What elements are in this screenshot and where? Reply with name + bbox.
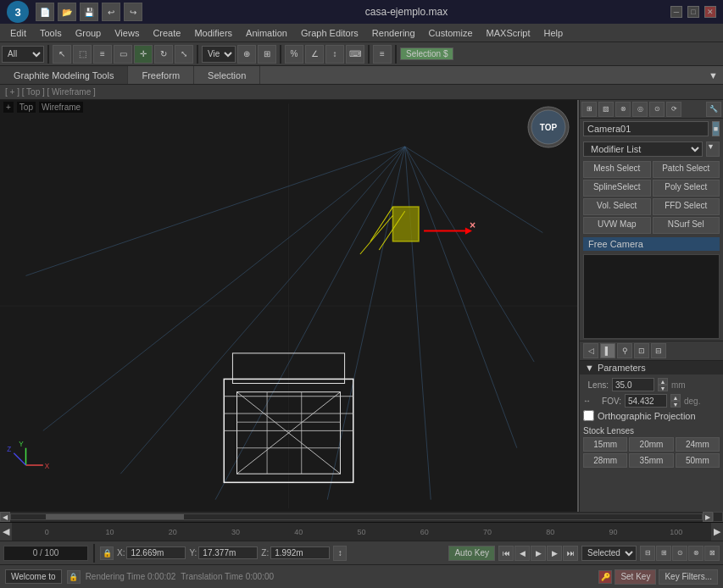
menu-rendering[interactable]: Rendering — [365, 26, 422, 40]
prev-frame-btn[interactable]: ◀ — [514, 546, 530, 561]
move-btn[interactable]: ✛ — [134, 45, 153, 64]
scroll-right-btn[interactable]: ▶ — [703, 512, 713, 522]
scroll-track[interactable] — [10, 513, 703, 520]
menu-animation[interactable]: Animation — [239, 26, 294, 40]
mini-icon-2[interactable]: ⊞ — [656, 546, 671, 561]
modifier-arrow-btn[interactable]: ▼ — [706, 141, 720, 157]
ortho-checkbox[interactable] — [583, 410, 594, 421]
save-file-btn[interactable]: 💾 — [80, 3, 98, 21]
mini-icon-4[interactable]: ⊗ — [688, 546, 704, 561]
select-region-btn[interactable]: ⬚ — [73, 45, 92, 64]
fov-up-btn[interactable]: ▲ — [670, 394, 681, 401]
maximize-btn[interactable]: □ — [687, 6, 699, 18]
viewport[interactable]: × X Y Z — [0, 100, 579, 512]
select-by-name-btn[interactable]: ≡ — [93, 45, 112, 64]
lens-20mm[interactable]: 20mm — [629, 437, 673, 452]
panel-icon-6[interactable]: ⟳ — [666, 102, 681, 117]
menu-customize[interactable]: Customize — [422, 26, 480, 40]
auto-key-btn[interactable]: Auto Key — [448, 546, 495, 561]
camera-name-input[interactable] — [583, 121, 709, 136]
lens-up-btn[interactable]: ▲ — [658, 378, 668, 385]
timeline-prev-btn[interactable]: ◀ — [0, 523, 12, 541]
layer-dropdown[interactable]: All — [2, 46, 44, 63]
goto-end-btn[interactable]: ⏭ — [563, 546, 578, 561]
view-select[interactable]: View — [202, 46, 236, 63]
set-key-btn[interactable]: Set Key — [615, 569, 656, 585]
vol-select-btn[interactable]: Vol. Select — [583, 198, 651, 215]
mini-icon-5[interactable]: ⊠ — [704, 546, 720, 561]
minimize-btn[interactable]: ─ — [670, 6, 682, 18]
panel-icon-3[interactable]: ⊗ — [615, 102, 631, 117]
menu-edit[interactable]: Edit — [3, 26, 33, 40]
menu-help[interactable]: Help — [537, 26, 570, 40]
named-sel-sets[interactable]: ≡ — [373, 45, 392, 64]
menu-modifiers[interactable]: Modifiers — [187, 26, 239, 40]
viewport-compass[interactable]: TOP — [526, 105, 570, 149]
poly-select-btn[interactable]: Poly Select — [653, 180, 720, 197]
selection-label[interactable]: Selection $ — [400, 47, 453, 60]
timeline-next-btn[interactable]: ▶ — [711, 523, 723, 541]
bottom-lock-btn[interactable]: 🔒 — [67, 570, 81, 584]
fov-down-btn[interactable]: ▼ — [670, 401, 681, 408]
rotate-btn[interactable]: ↻ — [154, 45, 173, 64]
viewport-render-mode[interactable]: Wireframe — [39, 102, 83, 113]
lens-35mm[interactable]: 35mm — [629, 453, 673, 468]
cam-icon-4[interactable]: ⊡ — [634, 343, 649, 358]
fov-value-input[interactable] — [625, 394, 667, 408]
viewport-plus[interactable]: + — [3, 102, 14, 113]
nsurf-sel-btn[interactable]: NSurf Sel — [653, 217, 720, 234]
menu-create[interactable]: Create — [146, 26, 187, 40]
menu-group[interactable]: Group — [69, 26, 108, 40]
tab-selection[interactable]: Selection — [194, 66, 260, 84]
key-filters-btn[interactable]: Key Filters... — [659, 569, 718, 585]
spinner-snap-btn[interactable]: ↕ — [325, 45, 344, 64]
cam-icon-2[interactable]: ▌ — [600, 343, 615, 358]
play-btn[interactable]: ▶ — [531, 546, 546, 561]
cam-icon-3[interactable]: ⚲ — [617, 343, 632, 358]
menu-graph-editors[interactable]: Graph Editors — [294, 26, 365, 40]
patch-select-btn[interactable]: Patch Select — [653, 161, 720, 178]
keybd-shortcut-btn[interactable]: ⌨ — [346, 45, 364, 64]
panel-icon-7[interactable]: 🔧 — [706, 102, 721, 117]
lens-50mm[interactable]: 50mm — [676, 453, 720, 468]
params-arrow[interactable]: ▼ — [585, 363, 594, 373]
goto-start-btn[interactable]: ⏮ — [498, 546, 514, 561]
tab-freeform[interactable]: Freeform — [128, 66, 194, 84]
scroll-left-btn[interactable]: ◀ — [0, 512, 10, 522]
open-file-btn[interactable]: 📂 — [58, 3, 76, 21]
select-object-btn[interactable]: ↖ — [53, 45, 71, 64]
panel-icon-5[interactable]: ⊙ — [649, 102, 665, 117]
mini-icon-1[interactable]: ⊟ — [640, 546, 655, 561]
undo-btn[interactable]: ↩ — [102, 3, 120, 21]
close-btn[interactable]: ✕ — [704, 6, 716, 18]
mesh-select-btn[interactable]: Mesh Select — [583, 161, 651, 178]
graphite-arrow[interactable]: ▼ — [704, 69, 723, 82]
scale-btn[interactable]: ⤡ — [175, 45, 193, 64]
new-file-btn[interactable]: 📄 — [36, 3, 54, 21]
redo-btn[interactable]: ↪ — [124, 3, 142, 21]
selected-dropdown[interactable]: Selected — [581, 546, 637, 561]
coord-arrows-btn[interactable]: ↕ — [333, 546, 347, 561]
lens-value-input[interactable] — [612, 378, 654, 391]
panel-icon-4[interactable]: ◎ — [632, 102, 648, 117]
camera-color-btn[interactable]: ■ — [712, 121, 720, 136]
menu-views[interactable]: Views — [108, 26, 146, 40]
ffd-select-btn[interactable]: FFD Select — [653, 198, 720, 215]
lens-24mm[interactable]: 24mm — [676, 437, 720, 452]
rectangular-region-btn[interactable]: ▭ — [114, 45, 132, 64]
modifier-list-select[interactable]: Modifier List — [583, 141, 703, 157]
lens-28mm[interactable]: 28mm — [583, 453, 627, 468]
key-icon[interactable]: 🔑 — [598, 570, 612, 584]
x-lock-btn[interactable]: 🔒 — [100, 546, 114, 560]
viewport-view-name[interactable]: Top — [17, 102, 36, 113]
angle-snap-btn[interactable]: ∠ — [305, 45, 324, 64]
lens-15mm[interactable]: 15mm — [583, 437, 627, 452]
uvw-map-btn[interactable]: UVW Map — [583, 217, 651, 234]
menu-tools[interactable]: Tools — [33, 26, 69, 40]
timeline-track[interactable]: 0 10 20 30 40 50 60 70 80 90 100 — [12, 523, 711, 541]
tab-graphite-modeling[interactable]: Graphite Modeling Tools — [0, 66, 128, 84]
snap-toggle-btn[interactable]: ⊞ — [258, 45, 276, 64]
cam-icon-1[interactable]: ◁ — [583, 343, 598, 358]
percent-snap-btn[interactable]: % — [285, 45, 303, 64]
panel-icon-1[interactable]: ⊞ — [581, 102, 597, 117]
